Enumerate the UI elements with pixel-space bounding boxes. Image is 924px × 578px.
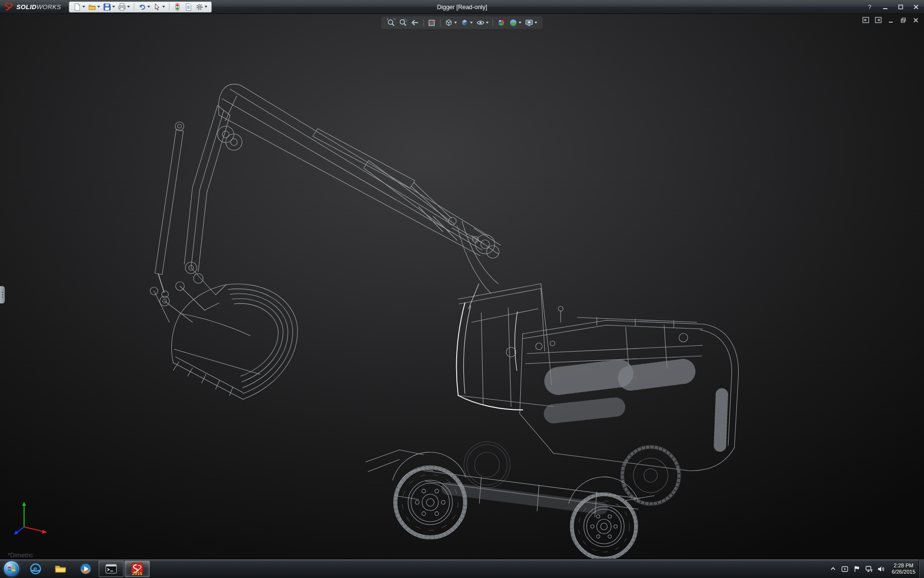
view-settings-icon xyxy=(525,18,534,27)
solidworks-version-badge: 2015 xyxy=(125,571,149,576)
pane-toggle-left-button[interactable] xyxy=(861,16,870,24)
taskbar-media-player[interactable] xyxy=(73,559,98,578)
window-title: Digger [Read-only] xyxy=(437,0,487,14)
show-hidden-icons-arrow-icon xyxy=(830,566,836,571)
view-orientation-dropdown-icon[interactable] xyxy=(454,22,457,24)
taskbar-windows-explorer[interactable] xyxy=(48,559,73,578)
minimize-document-button[interactable] xyxy=(886,16,895,24)
hide-show-items-button[interactable] xyxy=(475,17,490,28)
zoom-to-fit-icon xyxy=(387,18,396,27)
close-document-button[interactable] xyxy=(911,16,920,24)
media-player-icon xyxy=(79,562,92,576)
zoom-to-area-button[interactable] xyxy=(398,17,409,28)
undo-icon xyxy=(138,3,146,11)
maximize-icon xyxy=(898,4,903,10)
language-indicator[interactable] xyxy=(841,565,849,573)
print-dropdown-icon[interactable] xyxy=(127,6,130,8)
view-settings-button[interactable] xyxy=(524,17,539,28)
close-icon xyxy=(913,4,919,10)
maximize-button[interactable] xyxy=(895,3,906,12)
volume-speaker-icon xyxy=(877,565,885,573)
view-orientation-cube-icon xyxy=(445,18,453,27)
file-properties-button[interactable] xyxy=(183,2,193,12)
toolbar-separator xyxy=(493,19,493,26)
pane-toggle-left-icon xyxy=(862,17,869,23)
new-dropdown-icon[interactable] xyxy=(82,6,85,8)
hide-show-dropdown-icon[interactable] xyxy=(486,22,489,24)
undo-dropdown-icon[interactable] xyxy=(147,6,150,8)
action-center-button[interactable] xyxy=(853,565,861,573)
undo-button[interactable] xyxy=(137,2,151,12)
taskbar-command-prompt[interactable] xyxy=(99,561,124,577)
rebuild-icon xyxy=(173,3,181,11)
windows-start-orb-icon xyxy=(3,561,20,577)
select-dropdown-icon[interactable] xyxy=(162,6,165,8)
apply-scene-dropdown-icon[interactable] xyxy=(519,22,522,24)
zoom-to-area-icon xyxy=(399,18,408,27)
action-center-flag-icon xyxy=(853,565,860,573)
solidworks-logo-icon xyxy=(4,2,13,11)
taskbar-clock[interactable]: 2:28 PM 6/26/2015 xyxy=(889,563,918,575)
toolbar-separator xyxy=(169,3,169,11)
edit-appearance-ball-icon xyxy=(497,18,506,27)
pane-toggle-right-button[interactable] xyxy=(873,16,883,24)
save-dropdown-icon[interactable] xyxy=(112,6,115,8)
previous-view-button[interactable] xyxy=(410,17,421,28)
close-document-icon xyxy=(913,17,919,23)
options-gear-icon xyxy=(195,3,204,11)
close-button[interactable] xyxy=(911,3,921,12)
start-button[interactable] xyxy=(0,559,23,578)
brand-bold: SOLID xyxy=(16,3,37,11)
internet-explorer-icon: e xyxy=(29,562,42,576)
svg-text:e: e xyxy=(33,565,37,573)
quick-access-toolbar xyxy=(69,1,212,13)
panel-flyout-handle[interactable] xyxy=(0,286,5,303)
save-button[interactable] xyxy=(102,2,116,12)
previous-view-icon xyxy=(411,18,420,27)
app-logo: SOLIDWORKS xyxy=(0,2,66,11)
network-icon xyxy=(865,565,873,573)
taskbar-solidworks-2015[interactable]: 2015 xyxy=(125,561,150,577)
section-view-button[interactable] xyxy=(427,17,437,28)
document-window-controls xyxy=(861,16,920,24)
edit-appearance-button[interactable] xyxy=(496,17,507,28)
zoom-to-fit-button[interactable] xyxy=(386,17,397,28)
help-button[interactable]: ? xyxy=(864,3,875,12)
show-hidden-icons-button[interactable] xyxy=(829,565,837,573)
clock-date: 6/26/2015 xyxy=(892,569,915,575)
minimize-document-icon xyxy=(888,17,894,23)
orientation-triad xyxy=(10,497,53,540)
new-document-icon xyxy=(73,3,81,11)
open-dropdown-icon[interactable] xyxy=(97,6,100,8)
options-button[interactable] xyxy=(194,2,208,12)
clock-time: 2:28 PM xyxy=(892,563,915,569)
volume-control[interactable] xyxy=(877,565,885,573)
toolbar-separator xyxy=(440,19,441,26)
taskbar-internet-explorer[interactable]: e xyxy=(23,559,48,578)
select-button[interactable] xyxy=(152,2,166,12)
system-tray: 2:28 PM 6/26/2015 xyxy=(829,559,918,578)
minimize-button[interactable] xyxy=(880,3,890,12)
display-style-dropdown-icon[interactable] xyxy=(470,22,473,24)
network-status[interactable] xyxy=(865,565,873,573)
open-document-button[interactable] xyxy=(87,2,101,12)
view-settings-dropdown-icon[interactable] xyxy=(535,22,538,24)
show-desktop-button[interactable] xyxy=(919,559,924,578)
view-orientation-label: *Dimetric xyxy=(8,552,33,559)
rebuild-button[interactable] xyxy=(172,2,182,12)
restore-document-button[interactable] xyxy=(898,16,908,24)
graphics-viewport[interactable]: *Dimetric xyxy=(0,14,924,559)
new-document-button[interactable] xyxy=(72,2,86,12)
options-dropdown-icon[interactable] xyxy=(205,6,207,8)
print-icon xyxy=(118,3,126,11)
section-view-icon xyxy=(428,18,436,27)
minimize-icon xyxy=(883,4,888,10)
view-orientation-button[interactable] xyxy=(444,17,458,28)
select-cursor-icon xyxy=(153,3,161,11)
apply-scene-button[interactable] xyxy=(508,17,523,28)
toolbar-separator xyxy=(134,3,134,11)
print-button[interactable] xyxy=(117,2,131,12)
titlebar: SOLIDWORKS xyxy=(0,0,924,14)
headsup-view-toolbar xyxy=(382,16,543,29)
display-style-button[interactable] xyxy=(460,17,474,28)
